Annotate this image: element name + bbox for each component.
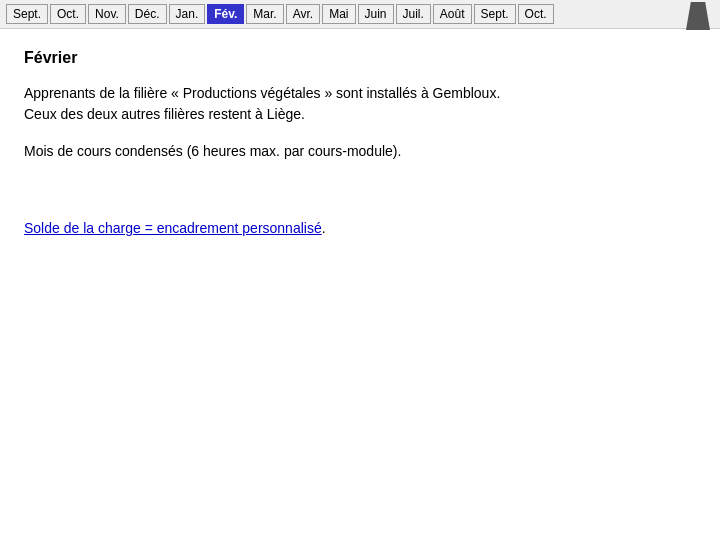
nav-btn-jan[interactable]: Jan. — [169, 4, 206, 24]
nav-btn-aout[interactable]: Août — [433, 4, 472, 24]
month-title: Février — [24, 49, 696, 67]
paragraph-1-line1: Apprenants de la filière « Productions v… — [24, 85, 500, 101]
nav-btn-dec[interactable]: Déc. — [128, 4, 167, 24]
paragraph-2: Mois de cours condensés (6 heures max. p… — [24, 141, 696, 162]
navigation-bar: Sept. Oct. Nov. Déc. Jan. Fév. Mar. Avr.… — [0, 0, 720, 29]
avatar — [686, 2, 714, 30]
nav-btn-avr[interactable]: Avr. — [286, 4, 320, 24]
link-period: . — [322, 220, 326, 236]
nav-btn-mar[interactable]: Mar. — [246, 4, 283, 24]
spacer — [24, 178, 696, 218]
nav-btn-oct2[interactable]: Oct. — [518, 4, 554, 24]
nav-btn-juin[interactable]: Juin — [358, 4, 394, 24]
nav-btn-sept2[interactable]: Sept. — [474, 4, 516, 24]
paragraph-1: Apprenants de la filière « Productions v… — [24, 83, 696, 125]
main-content: Février Apprenants de la filière « Produ… — [0, 29, 720, 275]
nav-btn-juil[interactable]: Juil. — [396, 4, 431, 24]
paragraph-1-line2: Ceux des deux autres filières restent à … — [24, 106, 305, 122]
nav-btn-mai[interactable]: Mai — [322, 4, 355, 24]
nav-btn-oct1[interactable]: Oct. — [50, 4, 86, 24]
nav-btn-sept1[interactable]: Sept. — [6, 4, 48, 24]
link-paragraph: Solde de la charge = encadrement personn… — [24, 218, 696, 239]
solde-link[interactable]: Solde de la charge = encadrement personn… — [24, 220, 322, 236]
nav-btn-fev[interactable]: Fév. — [207, 4, 244, 24]
nav-btn-nov[interactable]: Nov. — [88, 4, 126, 24]
